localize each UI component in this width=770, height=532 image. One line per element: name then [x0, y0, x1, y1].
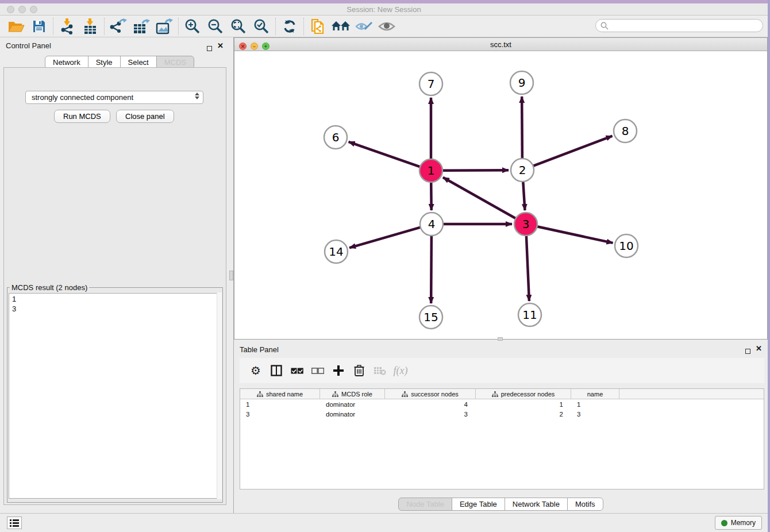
- edge-2-8[interactable]: [533, 136, 613, 166]
- network-resize-handle[interactable]: [498, 337, 503, 341]
- table-cell[interactable]: dominator: [320, 409, 385, 419]
- app-titlebar: Session: New Session: [0, 3, 768, 16]
- home-layout-button[interactable]: [329, 17, 352, 36]
- network-window-titlebar: ✕−+ scc.txt: [234, 38, 767, 51]
- table-cell[interactable]: 1: [476, 399, 571, 409]
- select-all-columns-button[interactable]: [287, 361, 307, 380]
- edge-1-2[interactable]: [442, 170, 509, 171]
- edge-4-14[interactable]: [349, 228, 421, 248]
- table-cell[interactable]: 2: [476, 409, 571, 419]
- node-3[interactable]: 3: [514, 213, 537, 236]
- table-cell[interactable]: 3: [571, 409, 619, 419]
- svg-text:14: 14: [329, 245, 343, 259]
- table-row[interactable]: 3dominator323: [240, 409, 764, 419]
- function-builder-button[interactable]: f(x): [390, 361, 411, 380]
- export-table-button[interactable]: [130, 17, 153, 36]
- mcds-result-title: MCDS result (2 nodes): [10, 283, 89, 292]
- control-panel-close-button[interactable]: ✕: [217, 43, 224, 49]
- control-panel-float-button[interactable]: [207, 43, 212, 53]
- gear-icon: ⚙: [251, 364, 261, 377]
- zoom-in-button[interactable]: [181, 17, 204, 36]
- table-cell[interactable]: 3: [385, 409, 476, 419]
- deselect-all-columns-button[interactable]: [307, 361, 328, 380]
- dropdown-stepper-icon: [195, 92, 199, 99]
- search-input[interactable]: [595, 19, 763, 32]
- delete-column-button[interactable]: [349, 361, 369, 380]
- svg-text:2: 2: [519, 163, 526, 177]
- zoom-fit-button[interactable]: [227, 17, 250, 36]
- tab-node-table[interactable]: Node Table: [398, 498, 452, 511]
- edge-2-3[interactable]: [523, 182, 525, 210]
- result-scrollbar[interactable]: [217, 292, 222, 499]
- splitter-handle[interactable]: [229, 271, 233, 280]
- node-2[interactable]: 2: [511, 159, 534, 182]
- column-header-name[interactable]: name: [571, 389, 619, 399]
- edge-3-1[interactable]: [443, 178, 516, 218]
- node-10[interactable]: 10: [615, 234, 638, 257]
- node-1[interactable]: 1: [419, 159, 442, 182]
- edge-4-15[interactable]: [431, 236, 432, 303]
- network-graph[interactable]: 7968124314101511: [234, 51, 767, 339]
- import-network-button[interactable]: [56, 17, 79, 36]
- table-row[interactable]: 1dominator411: [240, 399, 764, 409]
- column-header-shared-name[interactable]: shared name: [240, 389, 320, 399]
- node-8[interactable]: 8: [614, 119, 637, 142]
- delete-table-button[interactable]: [369, 361, 390, 380]
- edge-2-9[interactable]: [522, 97, 522, 159]
- task-history-button[interactable]: [7, 516, 22, 529]
- hide-selected-button[interactable]: [352, 17, 375, 36]
- network-canvas[interactable]: 7968124314101511: [234, 51, 767, 339]
- node-7[interactable]: 7: [419, 72, 442, 95]
- clone-network-button[interactable]: [306, 17, 329, 36]
- edge-1-6[interactable]: [349, 142, 420, 167]
- result-line: 3: [12, 304, 218, 314]
- export-image-button[interactable]: [153, 17, 176, 36]
- add-column-button[interactable]: [328, 361, 349, 380]
- table-cell[interactable]: dominator: [320, 399, 385, 409]
- table-panel-close-button[interactable]: ✕: [756, 345, 762, 352]
- node-14[interactable]: 14: [325, 240, 348, 263]
- node-table[interactable]: shared nameMCDS rolesuccessor nodesprede…: [240, 388, 764, 489]
- mcds-result-text[interactable]: 13: [9, 293, 221, 499]
- close-panel-button[interactable]: Close panel: [116, 110, 174, 123]
- column-header-MCDS-role[interactable]: MCDS role: [320, 389, 385, 399]
- column-header-predecessor-nodes[interactable]: predecessor nodes: [476, 389, 571, 399]
- table-cell[interactable]: 1: [571, 399, 619, 409]
- table-panel-float-button[interactable]: [745, 346, 750, 356]
- node-15[interactable]: 15: [419, 306, 442, 329]
- criterion-value: strongly connected component: [32, 93, 133, 102]
- edge-1-4[interactable]: [431, 182, 432, 210]
- import-table-button[interactable]: [79, 17, 102, 36]
- toolbar-separator: [104, 18, 105, 35]
- export-network-button[interactable]: [107, 17, 130, 36]
- show-all-button[interactable]: [375, 17, 398, 36]
- table-settings-button[interactable]: ⚙: [245, 361, 266, 380]
- node-9[interactable]: 9: [510, 71, 533, 94]
- node-4[interactable]: 4: [420, 213, 443, 236]
- zoom-out-button[interactable]: [204, 17, 227, 36]
- table-cell[interactable]: 1: [240, 399, 320, 409]
- edge-3-11[interactable]: [526, 236, 529, 301]
- node-11[interactable]: 11: [518, 303, 541, 326]
- svg-text:11: 11: [522, 308, 537, 322]
- save-session-button[interactable]: [28, 17, 51, 36]
- run-mcds-button[interactable]: Run MCDS: [54, 110, 110, 123]
- refresh-button[interactable]: [278, 17, 301, 36]
- column-label: MCDS role: [341, 391, 372, 398]
- table-cell[interactable]: 4: [385, 399, 476, 409]
- node-6[interactable]: 6: [324, 126, 347, 149]
- tab-motifs[interactable]: Motifs: [567, 498, 603, 511]
- column-header-successor-nodes[interactable]: successor nodes: [385, 389, 476, 399]
- open-session-button[interactable]: [5, 17, 28, 36]
- criterion-dropdown[interactable]: strongly connected component: [25, 91, 203, 104]
- table-cell[interactable]: 3: [240, 409, 320, 419]
- table-toolbar: ⚙: [240, 358, 764, 383]
- svg-text:15: 15: [424, 310, 438, 324]
- zoom-selected-button[interactable]: [250, 17, 273, 36]
- tab-network-table[interactable]: Network Table: [505, 498, 568, 511]
- edge-3-10[interactable]: [537, 226, 613, 243]
- memory-button[interactable]: Memory: [715, 516, 762, 530]
- show-columns-button[interactable]: [266, 361, 287, 380]
- zoom-fit-icon: [230, 18, 247, 34]
- tab-edge-table[interactable]: Edge Table: [452, 498, 505, 511]
